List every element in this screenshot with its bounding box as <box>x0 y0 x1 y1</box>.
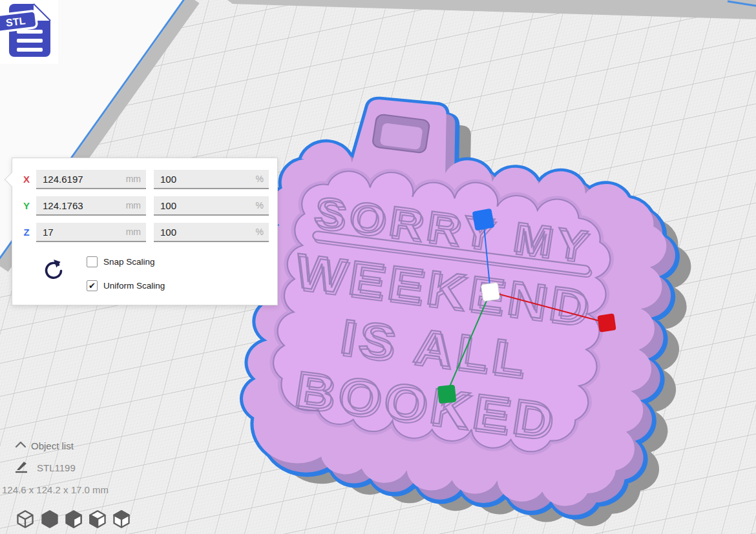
view-top-button[interactable] <box>64 509 83 529</box>
front-view-cube-icon <box>40 509 59 529</box>
scale-z-mm-input[interactable] <box>36 223 146 241</box>
scale-tool-panel: X mm % Y mm % Z mm % <box>12 158 278 305</box>
axis-z-label: Z <box>20 227 33 238</box>
scale-x-mm-input[interactable] <box>36 170 146 188</box>
scale-row-x: X mm % <box>12 170 277 189</box>
scale-z-percent-field: % <box>154 223 269 242</box>
scale-row-y: Y mm % <box>12 196 277 216</box>
axis-y-label: Y <box>20 200 33 211</box>
scale-handle-center[interactable] <box>481 282 499 301</box>
snap-scaling-checkbox[interactable] <box>87 256 98 267</box>
scale-y-percent-field: % <box>154 196 269 216</box>
reset-icon <box>41 256 67 283</box>
view-3d-button[interactable] <box>16 509 35 529</box>
scale-y-mm-input[interactable] <box>36 196 146 214</box>
checkmark-icon: ✔ <box>89 281 96 291</box>
axis-x-label: X <box>20 174 33 185</box>
scale-handle-x[interactable] <box>597 313 616 332</box>
scale-handle-z[interactable] <box>472 209 495 231</box>
snap-scaling-label: Snap Scaling <box>103 257 155 267</box>
view-right-button[interactable] <box>112 509 131 529</box>
scale-z-percent-input[interactable] <box>154 223 269 241</box>
top-view-cube-icon <box>64 509 83 529</box>
scale-y-percent-input[interactable] <box>154 196 269 214</box>
3d-view-cube-icon <box>16 509 35 529</box>
uniform-scaling-checkbox[interactable]: ✔ <box>87 280 98 291</box>
stl-file-badge: STL <box>0 0 58 64</box>
stl-file-icon: STL <box>0 0 58 64</box>
reset-scale-button[interactable] <box>41 256 67 283</box>
view-left-button[interactable] <box>88 509 107 529</box>
left-view-cube-icon <box>88 509 107 529</box>
scale-handle-y[interactable] <box>437 385 457 404</box>
caret-up-icon <box>14 440 27 450</box>
object-name[interactable]: STL1199 <box>37 462 76 473</box>
object-list-label: Object list <box>31 440 74 451</box>
pencil-icon <box>13 458 30 475</box>
scale-x-percent-input[interactable] <box>154 170 269 188</box>
scale-x-percent-field: % <box>154 170 269 189</box>
scale-y-mm-field: mm <box>36 196 146 216</box>
cura-workspace: { "file_badge": { "label": "STL" }, "sca… <box>0 0 756 534</box>
object-list-toggle[interactable] <box>14 440 27 450</box>
rename-object-button[interactable] <box>13 458 30 475</box>
scale-x-mm-field: mm <box>36 170 146 189</box>
view-front-button[interactable] <box>40 509 59 529</box>
scale-z-mm-field: mm <box>36 223 146 242</box>
uniform-scaling-label: Uniform Scaling <box>103 281 165 291</box>
object-dimensions: 124.6 x 124.2 x 17.0 mm <box>2 484 109 495</box>
right-view-cube-icon <box>112 509 131 529</box>
scale-row-z: Z mm % <box>12 223 277 242</box>
